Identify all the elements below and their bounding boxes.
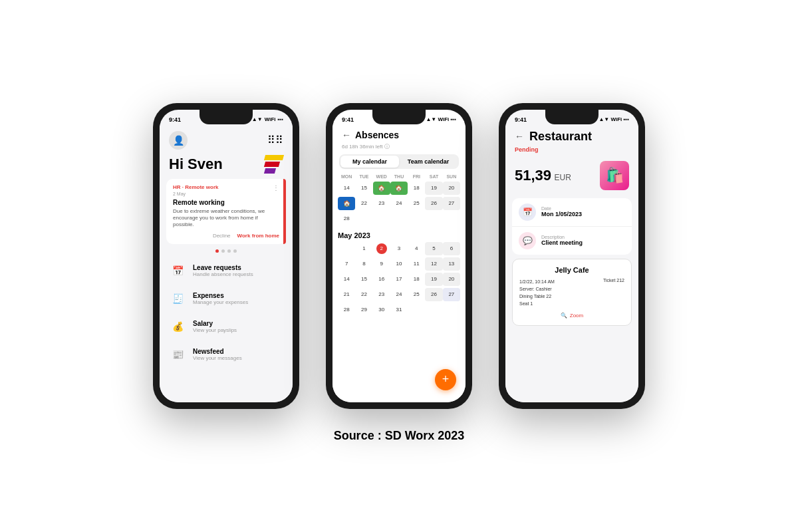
leave-icon: 📅 xyxy=(169,262,186,279)
date-label: Date xyxy=(541,206,582,211)
cal-cell: 25 xyxy=(408,197,425,210)
cal-cell-gray: 6 xyxy=(443,242,460,255)
qr-icon: ⠿⠿ xyxy=(267,134,283,146)
cal-cell: 31 xyxy=(390,303,408,317)
cal-cell-gray: 20 xyxy=(443,273,460,286)
cal-cell xyxy=(373,212,390,225)
calendar-tabs: My calendar Team calendar xyxy=(339,154,459,169)
back-button[interactable]: ← xyxy=(342,130,351,140)
absences-title: Absences xyxy=(355,130,399,140)
cal-cell xyxy=(355,212,372,225)
accept-button[interactable]: Work from home xyxy=(237,233,279,239)
tab-team-calendar[interactable]: Team calendar xyxy=(399,156,458,168)
menu-item-leave[interactable]: 📅 Leave requests Handle absence requests xyxy=(160,257,293,285)
cal-cell xyxy=(425,212,442,225)
salary-text: Salary View your payslips xyxy=(193,320,237,333)
absences-sub: 6d 18h 36min left ⓘ xyxy=(332,143,466,154)
cal-cell: 8 xyxy=(355,257,372,271)
calendar-grid: MON TUE WED THU FRI SAT SUN 14 15 🏠 🏠 xyxy=(332,174,466,225)
dot-4 xyxy=(233,249,237,253)
menu-item-newsfeed[interactable]: 📰 Newsfeed View your messages xyxy=(160,340,293,368)
notif-tag: HR · Remote work xyxy=(173,184,279,190)
chevron-yellow xyxy=(264,155,284,160)
absences-header: ← Absences xyxy=(332,126,466,143)
notif-title: Remote working xyxy=(173,199,279,206)
cal-cell-today: 2 xyxy=(373,242,390,255)
may-label: May 2023 xyxy=(332,227,466,242)
cal-cell: 1 xyxy=(355,242,372,255)
cal-cell: 21 xyxy=(338,288,355,301)
zoom-icon: 🔍 xyxy=(561,313,567,319)
may-row-5: 28 29 30 31 xyxy=(338,303,460,317)
cal-cell-gray: 27 xyxy=(443,288,460,301)
cal-cell-gray: 12 xyxy=(425,257,442,271)
menu-item-expenses[interactable]: 🧾 Expenses Manage your expenses xyxy=(160,285,293,313)
receipt-title: Jelly Cafe xyxy=(519,266,624,274)
status-icons-3: ▲▼ WiFi ▪▪▪ xyxy=(598,116,629,122)
may-row-2: 7 8 9 10 11 12 13 xyxy=(338,257,460,271)
chevron-purple xyxy=(264,168,276,174)
time-1: 9:41 xyxy=(169,116,181,123)
menu-item-salary[interactable]: 💰 Salary View your payslips xyxy=(160,313,293,340)
cal-cell: 3 xyxy=(390,242,408,255)
cal-cell: 16 xyxy=(373,273,390,286)
date-row: 📅 Date Mon 1/05/2023 xyxy=(512,198,632,227)
notch-2 xyxy=(372,110,426,124)
notification-card: HR · Remote work 2 May Remote working Du… xyxy=(166,179,286,244)
phone-3: 9:41 ▲▼ WiFi ▪▪▪ ← Restaurant Pending 51… xyxy=(499,103,645,409)
cal-cell-green: 🏠 xyxy=(373,182,390,195)
cal-cell-gray: 27 xyxy=(443,197,460,210)
phone2-content: ← Absences 6d 18h 36min left ⓘ My calend… xyxy=(332,126,466,402)
tab-my-calendar[interactable]: My calendar xyxy=(340,156,399,168)
phone-2: 9:41 ▲▼ WiFi ▪▪▪ ← Absences 6d 18h 36min… xyxy=(326,103,472,409)
cal-cell: 25 xyxy=(408,288,425,301)
avatar-icon: 👤 xyxy=(169,131,188,150)
phone-1: 9:41 ▲▼ WiFi ▪▪▪ 👤 ⠿⠿ Hi Sven xyxy=(153,103,299,409)
zoom-button[interactable]: 🔍 Zoom xyxy=(519,313,624,319)
desc-label: Description xyxy=(541,235,583,239)
cal-cell: 9 xyxy=(373,257,390,271)
amount: 51,39 xyxy=(515,167,551,184)
cal-cell xyxy=(390,212,408,225)
cal-cell: 23 xyxy=(373,288,390,301)
phone3-content: ← Restaurant Pending 51,39 EUR 🛍️ 📅 Da xyxy=(505,126,638,402)
cal-cell: 30 xyxy=(373,303,390,317)
cal-cell-gray: 20 xyxy=(443,182,460,195)
cal-cell: 15 xyxy=(355,182,372,195)
cal-cell xyxy=(408,212,425,225)
cal-cell: 17 xyxy=(390,273,408,286)
cal-cell: 11 xyxy=(408,257,425,271)
dots-indicator xyxy=(160,249,293,253)
dot-2 xyxy=(221,249,225,253)
cal-cell: 10 xyxy=(390,257,408,271)
cal-cell: 15 xyxy=(355,273,372,286)
week-row-1: 14 15 🏠 🏠 18 19 20 xyxy=(338,182,460,195)
description-icon: 💬 xyxy=(519,232,536,249)
cal-cell-gray: 5 xyxy=(425,242,442,255)
cal-cell: 14 xyxy=(338,182,355,195)
newsfeed-icon: 📰 xyxy=(169,346,186,363)
cal-cell xyxy=(338,242,355,255)
greeting: Hi Sven xyxy=(160,154,293,179)
source-label: Source : SD Worx 2023 xyxy=(334,429,465,443)
decline-button[interactable]: Decline xyxy=(213,233,231,239)
cal-cell: 24 xyxy=(390,197,408,210)
cal-cell: 28 xyxy=(338,212,355,225)
newsfeed-text: Newsfeed View your messages xyxy=(193,348,242,361)
cal-cell: 23 xyxy=(373,197,390,210)
receipt-details: 1/2/22, 10:14 AM Server: Cashier Dining … xyxy=(519,278,624,308)
dot-3 xyxy=(227,249,231,253)
amount-row: 51,39 EUR 🛍️ xyxy=(505,157,638,194)
cal-cell-blue: 🏠 xyxy=(338,197,355,210)
add-button[interactable]: + xyxy=(435,369,456,390)
cal-cell-gray: 19 xyxy=(425,273,442,286)
calendar-icon: 📅 xyxy=(519,203,536,221)
back-button-3[interactable]: ← xyxy=(515,131,524,142)
leave-text: Leave requests Handle absence requests xyxy=(193,264,253,277)
currency: EUR xyxy=(555,173,571,182)
notif-date: 2 May xyxy=(173,192,279,196)
expenses-icon: 🧾 xyxy=(169,290,186,307)
restaurant-title: Restaurant xyxy=(529,130,592,144)
more-options[interactable]: ⋮ xyxy=(273,184,279,192)
chevron-red xyxy=(264,162,280,167)
